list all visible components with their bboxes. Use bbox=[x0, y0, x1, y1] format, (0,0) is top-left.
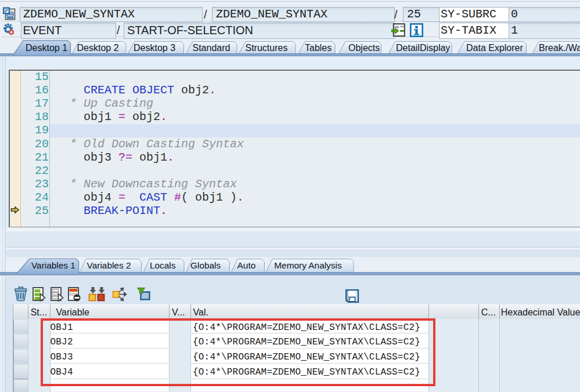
svg-text:Desktop 1: Desktop 1 bbox=[26, 43, 67, 53]
svg-text:Break./Wa: Break./Wa bbox=[539, 43, 580, 53]
svg-text:Data Explorer: Data Explorer bbox=[466, 43, 523, 53]
svg-text:Tables: Tables bbox=[305, 43, 332, 53]
svg-text:Desktop 3: Desktop 3 bbox=[134, 43, 175, 53]
svg-text:Standard: Standard bbox=[193, 43, 230, 53]
svg-text:DetailDisplay: DetailDisplay bbox=[396, 43, 450, 53]
svg-text:Structures: Structures bbox=[246, 43, 288, 53]
svg-text:Variables 1: Variables 1 bbox=[31, 260, 75, 270]
svg-text:Variables 2: Variables 2 bbox=[87, 260, 131, 270]
svg-text:Locals: Locals bbox=[150, 260, 176, 270]
svg-text:Objects: Objects bbox=[348, 43, 380, 53]
svg-text:Memory Analysis: Memory Analysis bbox=[274, 260, 342, 270]
svg-text:Globals: Globals bbox=[190, 260, 221, 270]
svg-text:Desktop 2: Desktop 2 bbox=[77, 43, 119, 53]
svg-text:Auto: Auto bbox=[237, 260, 256, 270]
